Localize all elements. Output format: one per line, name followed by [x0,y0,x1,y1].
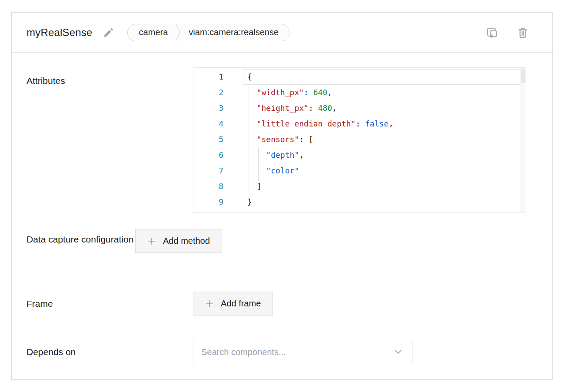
code-line: 1{ [193,69,526,85]
line-number: 9 [193,194,243,210]
line-number: 4 [193,116,243,132]
line-number: 3 [193,100,243,116]
component-card-header: myRealSense camera viam:camera:realsense [12,13,552,53]
rename-button[interactable] [103,27,114,38]
line-number: 6 [193,147,243,163]
add-frame-button[interactable]: Add frame [193,292,273,316]
depends-on-label: Depends on [27,340,193,361]
attributes-label: Attributes [27,67,193,87]
frame-row: Frame Add frame [27,292,538,316]
indent-guide [249,85,249,192]
editor-scrollbar-thumb[interactable] [521,69,525,83]
data-capture-label: Data capture configuration [27,229,135,248]
code-line: 7 "color" [193,163,526,179]
component-model: viam:camera:realsense [181,27,288,37]
add-frame-label: Add frame [221,299,261,309]
code-content: ] [243,179,526,194]
code-line: 4 "little_endian_depth": false, [193,116,526,132]
plus-icon [205,299,214,308]
plus-icon [147,237,156,246]
editor-scrollbar[interactable] [520,68,526,212]
code-content: "little_endian_depth": false, [243,116,526,132]
line-number: 8 [193,179,243,194]
code-content: "depth", [243,147,526,163]
header-actions [485,26,529,39]
line-number: 1 [193,69,243,85]
chevron-down-icon [395,350,402,354]
line-number: 7 [193,163,243,179]
component-type: camera [129,27,176,37]
attributes-json-editor[interactable]: 1{2 "width_px": 640,3 "height_px": 480,4… [193,67,526,213]
add-method-label: Add method [163,236,210,246]
component-type-badge: camera viam:camera:realsense [127,24,289,41]
depends-on-row: Depends on [27,340,538,364]
frame-label: Frame [27,292,193,312]
code-content: "height_px": 480, [243,100,526,116]
line-number: 2 [193,85,243,100]
code-content: "width_px": 640, [243,85,526,100]
trash-icon [517,27,529,39]
code-line: 6 "depth", [193,147,526,163]
attributes-row: Attributes 1{2 "width_px": 640,3 "height… [27,67,538,213]
delete-button[interactable] [517,27,529,39]
duplicate-button[interactable] [485,26,499,39]
code-line: 8 ] [193,179,526,194]
code-content: "color" [243,163,526,179]
code-line: 9} [193,194,526,210]
code-line: 5 "sensors": [ [193,132,526,147]
component-card: myRealSense camera viam:camera:realsense [11,12,553,380]
code-lines: 1{2 "width_px": 640,3 "height_px": 480,4… [193,69,526,210]
duplicate-icon [485,26,499,39]
code-content: "sensors": [ [243,132,526,147]
search-components-input[interactable] [201,347,395,357]
code-line: 2 "width_px": 640, [193,85,526,100]
code-line: 3 "height_px": 480, [193,100,526,116]
breadcrumb-separator-icon [176,24,181,41]
data-capture-row: Data capture configuration Add method [27,229,538,253]
code-content: } [243,194,526,210]
indent-guide [258,147,259,181]
depends-on-select[interactable] [193,340,412,364]
component-name: myRealSense [27,27,93,39]
line-number: 5 [193,132,243,147]
code-content: { [243,69,526,85]
component-card-body: Attributes 1{2 "width_px": 640,3 "height… [12,53,552,364]
add-method-button[interactable]: Add method [135,229,222,253]
pencil-icon [103,27,114,38]
